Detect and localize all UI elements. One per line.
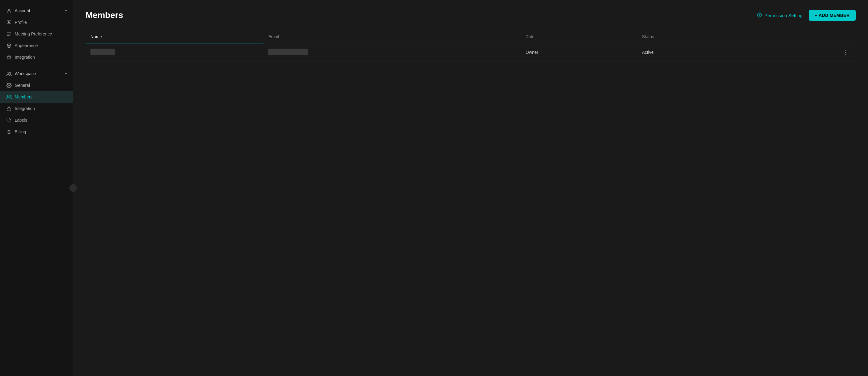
- svg-point-3: [8, 45, 9, 46]
- account-label: Account: [15, 8, 30, 13]
- svg-point-6: [8, 85, 9, 86]
- billing-icon: [6, 129, 11, 134]
- svg-point-4: [8, 72, 9, 73]
- member-actions-cell: ⋮: [751, 43, 856, 61]
- member-name-cell: [86, 43, 264, 61]
- sidebar-collapse-button[interactable]: ‹: [69, 184, 77, 192]
- main-content: Members Permission Setting + ADD MEMBER …: [73, 0, 868, 376]
- sidebar-workspace-section[interactable]: Workspace ▾: [0, 68, 73, 80]
- sidebar-item-appearance[interactable]: Appearance: [0, 40, 73, 51]
- svg-point-5: [9, 72, 10, 73]
- member-name-placeholder: [90, 49, 115, 55]
- sidebar-item-members[interactable]: Members: [0, 91, 73, 103]
- members-table: Name Email Role Status Owner Active ⋮: [86, 31, 856, 61]
- page-header: Members Permission Setting + ADD MEMBER: [86, 10, 856, 21]
- integration-workspace-icon: [6, 106, 11, 111]
- appearance-icon: [6, 43, 11, 48]
- integration-account-label: Integration: [15, 55, 35, 60]
- profile-icon: [6, 20, 11, 25]
- column-email: Email: [264, 31, 521, 43]
- sidebar-item-integration-account[interactable]: Integration: [0, 51, 73, 63]
- account-chevron: ▾: [65, 9, 67, 13]
- column-status: Status: [637, 31, 751, 43]
- workspace-label: Workspace: [15, 71, 36, 76]
- member-role-cell: Owner: [521, 43, 637, 61]
- meeting-preference-label: Meeting Preference: [15, 31, 52, 36]
- column-name: Name: [86, 31, 264, 43]
- member-more-button[interactable]: ⋮: [840, 48, 851, 57]
- member-status-cell: Active: [637, 43, 751, 61]
- sidebar-item-general[interactable]: General: [0, 80, 73, 91]
- permission-setting-label: Permission Setting: [765, 13, 803, 18]
- account-icon: [6, 8, 11, 13]
- labels-label: Labels: [15, 118, 27, 123]
- page-title: Members: [86, 10, 123, 20]
- svg-point-7: [7, 95, 9, 97]
- profile-label: Profile: [15, 20, 27, 25]
- svg-point-10: [759, 14, 760, 15]
- billing-label: Billing: [15, 129, 26, 134]
- permission-setting-button[interactable]: Permission Setting: [757, 12, 803, 18]
- general-label: General: [15, 83, 30, 88]
- sidebar-item-integration-workspace[interactable]: Integration: [0, 103, 73, 114]
- column-role: Role: [521, 31, 637, 43]
- add-member-label: + ADD MEMBER: [815, 13, 850, 18]
- integration-workspace-label: Integration: [15, 106, 35, 111]
- members-icon: [6, 94, 11, 100]
- workspace-chevron: ▾: [65, 72, 67, 76]
- members-label: Members: [15, 94, 32, 99]
- table-row: Owner Active ⋮: [86, 43, 856, 61]
- sidebar-item-labels[interactable]: Labels: [0, 114, 73, 126]
- appearance-label: Appearance: [15, 43, 38, 48]
- meeting-preference-icon: [6, 31, 11, 37]
- member-email-cell: [264, 43, 521, 61]
- add-member-button[interactable]: + ADD MEMBER: [809, 10, 856, 21]
- integration-account-icon: [6, 55, 11, 60]
- sidebar-item-profile[interactable]: Profile: [0, 17, 73, 28]
- header-actions: Permission Setting + ADD MEMBER: [757, 10, 856, 21]
- svg-point-0: [8, 9, 10, 11]
- permission-setting-icon: [757, 12, 762, 18]
- workspace-icon: [6, 71, 11, 76]
- member-email-placeholder: [268, 49, 308, 55]
- sidebar: Account ▾ Profile Meeting Preference: [0, 0, 73, 376]
- sidebar-account-section[interactable]: Account ▾: [0, 5, 73, 17]
- sidebar-item-meeting-preference[interactable]: Meeting Preference: [0, 28, 73, 40]
- column-actions: [751, 31, 856, 43]
- general-icon: [6, 83, 11, 88]
- sidebar-item-billing[interactable]: Billing: [0, 126, 73, 137]
- svg-rect-1: [7, 21, 11, 24]
- labels-icon: [6, 117, 11, 123]
